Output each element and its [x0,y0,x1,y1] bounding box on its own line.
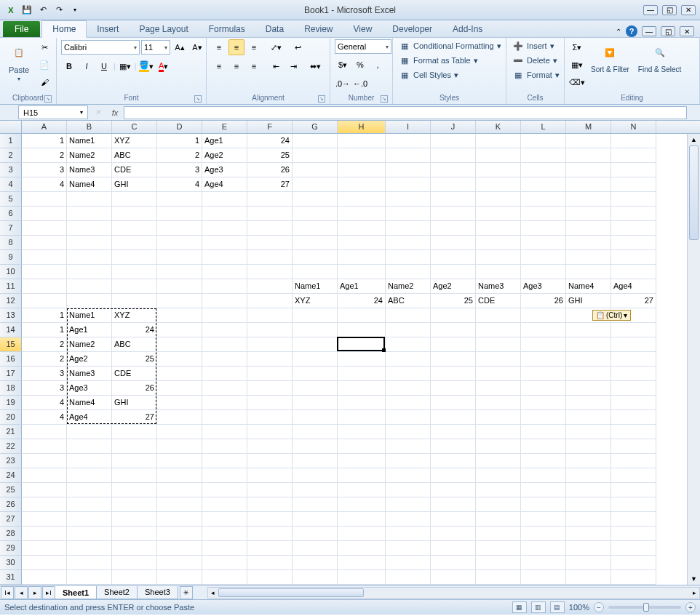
cell-D5[interactable] [157,192,202,207]
cell-I5[interactable] [386,192,431,207]
cell-K16[interactable] [476,352,521,367]
row-header-26[interactable]: 26 [0,497,22,512]
cell-N27[interactable] [611,512,656,527]
font-name-combo[interactable]: Calibri▾ [61,40,140,55]
cell-A3[interactable]: 3 [22,163,67,177]
cell-E21[interactable] [202,425,247,439]
cell-F5[interactable] [247,192,293,207]
align-middle-button[interactable]: ≡ [228,39,244,55]
cell-G6[interactable] [293,207,338,221]
file-tab[interactable]: File [3,21,40,37]
font-size-combo[interactable]: 11▾ [141,40,170,55]
cell-M14[interactable] [566,323,611,337]
column-header-B[interactable]: B [67,121,112,133]
cell-G3[interactable] [293,163,338,177]
cell-N11[interactable]: Age4 [611,279,656,294]
format-painter-button[interactable]: 🖌 [36,74,52,90]
cell-F24[interactable] [247,468,293,483]
cell-C10[interactable] [112,265,157,279]
row-header-6[interactable]: 6 [0,207,22,221]
cell-C21[interactable] [112,425,157,439]
cell-G29[interactable] [293,541,338,556]
cell-K3[interactable] [476,163,521,177]
cell-C28[interactable] [112,527,157,541]
cell-A16[interactable]: 2 [22,352,67,367]
cell-L17[interactable] [521,367,566,381]
cell-I24[interactable] [386,468,431,483]
cell-G23[interactable] [293,454,338,468]
cell-F12[interactable] [247,294,293,308]
cell-H9[interactable] [338,250,386,265]
currency-button[interactable]: $▾ [335,57,351,73]
cell-L25[interactable] [521,483,566,497]
scroll-up-button[interactable]: ▲ [688,134,700,145]
cell-E30[interactable] [202,556,247,570]
column-header-J[interactable]: J [431,121,476,133]
insert-cells-button[interactable]: ➕Insert ▾ [511,39,561,52]
cell-H15[interactable] [338,337,386,352]
cell-J23[interactable] [431,454,476,468]
cell-N9[interactable] [611,250,656,265]
minimize-button[interactable]: — [643,5,658,15]
cell-H11[interactable]: Age1 [338,279,386,294]
cell-I12[interactable]: ABC [386,294,431,308]
cell-F7[interactable] [247,221,293,236]
cell-K31[interactable] [476,570,521,585]
cell-K30[interactable] [476,556,521,570]
cell-M31[interactable] [566,570,611,585]
cell-N10[interactable] [611,265,656,279]
paste-button[interactable]: 📋 Paste ▾ [4,39,33,84]
cell-M27[interactable] [566,512,611,527]
cell-G19[interactable] [293,396,338,410]
cell-N16[interactable] [611,352,656,367]
row-header-12[interactable]: 12 [0,294,22,308]
cell-J8[interactable] [431,236,476,250]
cell-E9[interactable] [202,250,247,265]
cell-I21[interactable] [386,425,431,439]
row-header-17[interactable]: 17 [0,367,22,381]
cell-E11[interactable] [202,279,247,294]
cell-A4[interactable]: 4 [22,177,67,192]
cell-B22[interactable] [67,439,112,454]
row-header-25[interactable]: 25 [0,483,22,497]
cell-M6[interactable] [566,207,611,221]
cell-G20[interactable] [293,410,338,425]
cell-D8[interactable] [157,236,202,250]
cell-A25[interactable] [22,483,67,497]
cell-G22[interactable] [293,439,338,454]
align-top-button[interactable]: ≡ [211,39,227,55]
cell-B21[interactable] [67,425,112,439]
normal-view-button[interactable]: ▦ [512,601,527,613]
row-header-27[interactable]: 27 [0,512,22,527]
cell-J1[interactable] [431,134,476,148]
cell-B5[interactable] [67,192,112,207]
cell-B2[interactable]: Name2 [67,148,112,163]
row-header-4[interactable]: 4 [0,177,22,192]
cell-I1[interactable] [386,134,431,148]
cell-A7[interactable] [22,221,67,236]
cell-I7[interactable] [386,221,431,236]
cell-J14[interactable] [431,323,476,337]
row-header-14[interactable]: 14 [0,323,22,337]
cell-C30[interactable] [112,556,157,570]
cell-C14[interactable]: 24 [112,323,157,337]
cell-D1[interactable]: 1 [157,134,202,148]
cell-N5[interactable] [611,192,656,207]
cell-E26[interactable] [202,497,247,512]
cell-G31[interactable] [293,570,338,585]
clear-button[interactable]: ⌫▾ [569,74,585,90]
cut-button[interactable]: ✂ [36,39,52,55]
merge-center-button[interactable]: ⬌▾ [307,58,323,74]
cell-H27[interactable] [338,512,386,527]
tab-formulas[interactable]: Formulas [199,21,255,37]
sheet-nav-prev[interactable]: ◂ [15,586,28,599]
cell-G7[interactable] [293,221,338,236]
sheet-nav-first[interactable]: I◂ [1,586,14,599]
row-header-20[interactable]: 20 [0,410,22,425]
cell-C16[interactable]: 25 [112,352,157,367]
cell-D17[interactable] [157,367,202,381]
cell-E5[interactable] [202,192,247,207]
cell-I25[interactable] [386,483,431,497]
cell-K6[interactable] [476,207,521,221]
row-header-23[interactable]: 23 [0,454,22,468]
